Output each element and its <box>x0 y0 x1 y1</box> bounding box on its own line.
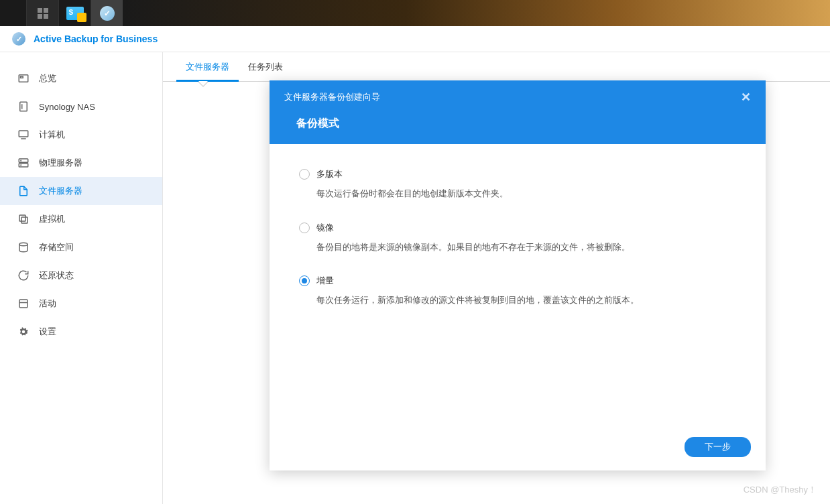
svg-rect-10 <box>19 215 25 221</box>
svg-rect-1 <box>21 76 23 78</box>
svg-point-8 <box>21 160 21 161</box>
restore-icon <box>17 269 29 281</box>
sidebar-item-file-server[interactable]: 文件服务器 <box>0 177 162 205</box>
modal-subtitle: 备份模式 <box>284 117 751 131</box>
taskbar-banner <box>123 0 830 26</box>
storage-icon <box>17 241 29 253</box>
svg-rect-4 <box>19 131 28 137</box>
activity-icon <box>17 298 29 310</box>
radio-desc: 每次运行备份时都会在目的地创建新版本文件夹。 <box>316 187 736 200</box>
vm-icon <box>17 213 29 225</box>
sidebar-item-settings[interactable]: 设置 <box>0 318 162 346</box>
radio-label: 增量 <box>316 275 334 287</box>
taskbar-app-1[interactable] <box>58 0 91 26</box>
gear-icon <box>17 326 29 338</box>
close-icon[interactable]: ✕ <box>741 90 751 105</box>
modal-title: 文件服务器备份创建向导 <box>284 91 380 103</box>
app-header: Active Backup for Business <box>0 26 830 52</box>
taskbar-apps-button[interactable] <box>26 0 58 26</box>
sidebar: 总览 Synology NAS 计算机 物理服务器 文件服务器 虚拟机 存储空间 <box>0 52 163 504</box>
sidebar-label: Synology NAS <box>39 102 95 112</box>
svg-rect-13 <box>19 300 27 308</box>
sidebar-label: 活动 <box>39 298 56 310</box>
sidebar-label: 还原状态 <box>39 269 74 281</box>
modal-header: 文件服务器备份创建向导 ✕ 备份模式 <box>270 80 766 144</box>
app-logo-icon <box>12 32 25 46</box>
file-server-icon <box>17 185 29 197</box>
nas-icon <box>17 101 29 113</box>
sidebar-label: 总览 <box>39 72 56 84</box>
tab-task-list[interactable]: 任务列表 <box>239 54 292 81</box>
sidebar-item-activity[interactable]: 活动 <box>0 290 162 318</box>
sidebar-item-physical-server[interactable]: 物理服务器 <box>0 149 162 177</box>
radio-desc: 备份目的地将是来源的镜像副本。如果目的地有不存在于来源的文件，将被删除。 <box>316 241 736 254</box>
radio-icon <box>299 275 310 286</box>
sidebar-label: 设置 <box>39 326 56 338</box>
modal-body: 多版本 每次运行备份时都会在目的地创建新版本文件夹。 镜像 备份目的地将是来源的… <box>270 144 766 428</box>
sidebar-item-storage[interactable]: 存储空间 <box>0 233 162 261</box>
taskbar: ✓ <box>0 0 830 26</box>
wizard-modal: 文件服务器备份创建向导 ✕ 备份模式 多版本 每次运行备份时都会在目的地创建新版… <box>270 80 766 470</box>
radio-label: 多版本 <box>316 168 343 180</box>
radio-icon <box>299 169 310 180</box>
tab-active-pointer <box>198 82 209 87</box>
server-icon <box>17 157 29 169</box>
sidebar-label: 物理服务器 <box>39 157 82 169</box>
tab-file-server[interactable]: 文件服务器 <box>176 54 239 81</box>
sidebar-item-overview[interactable]: 总览 <box>0 64 162 92</box>
folder-icon <box>66 7 84 20</box>
sidebar-label: 计算机 <box>39 129 65 141</box>
svg-point-9 <box>21 165 21 166</box>
sidebar-item-restore-status[interactable]: 还原状态 <box>0 261 162 290</box>
radio-multi-version[interactable]: 多版本 <box>299 168 736 180</box>
computer-icon <box>17 129 29 141</box>
apps-grid-icon <box>38 8 48 19</box>
sidebar-label: 文件服务器 <box>39 185 82 197</box>
tabs: 文件服务器 任务列表 <box>163 52 830 82</box>
taskbar-spacer <box>0 0 26 26</box>
radio-icon <box>299 223 310 233</box>
taskbar-app-2[interactable]: ✓ <box>91 0 123 26</box>
app-title: Active Backup for Business <box>34 34 158 44</box>
radio-desc: 每次任务运行，新添加和修改的源文件将被复制到目的地，覆盖该文件的之前版本。 <box>316 294 736 307</box>
next-button[interactable]: 下一步 <box>685 437 751 457</box>
sidebar-label: 存储空间 <box>39 241 74 253</box>
radio-label: 镜像 <box>316 222 334 234</box>
svg-rect-2 <box>20 102 27 111</box>
radio-option-multi-version: 多版本 每次运行备份时都会在目的地创建新版本文件夹。 <box>299 168 736 200</box>
radio-option-mirror: 镜像 备份目的地将是来源的镜像副本。如果目的地有不存在于来源的文件，将被删除。 <box>299 222 736 254</box>
radio-mirror[interactable]: 镜像 <box>299 222 736 234</box>
sidebar-item-computer[interactable]: 计算机 <box>0 121 162 149</box>
radio-option-incremental: 增量 每次任务运行，新添加和修改的源文件将被复制到目的地，覆盖该文件的之前版本。 <box>299 275 736 307</box>
backup-app-icon: ✓ <box>100 6 115 21</box>
watermark: CSDN @Theshy！ <box>744 484 817 496</box>
sidebar-item-synology-nas[interactable]: Synology NAS <box>0 92 162 121</box>
svg-point-12 <box>19 243 27 246</box>
modal-footer: 下一步 <box>270 428 766 470</box>
overview-icon <box>17 72 29 84</box>
sidebar-item-vm[interactable]: 虚拟机 <box>0 205 162 233</box>
radio-incremental[interactable]: 增量 <box>299 275 736 287</box>
sidebar-label: 虚拟机 <box>39 213 65 225</box>
svg-rect-11 <box>21 217 27 223</box>
